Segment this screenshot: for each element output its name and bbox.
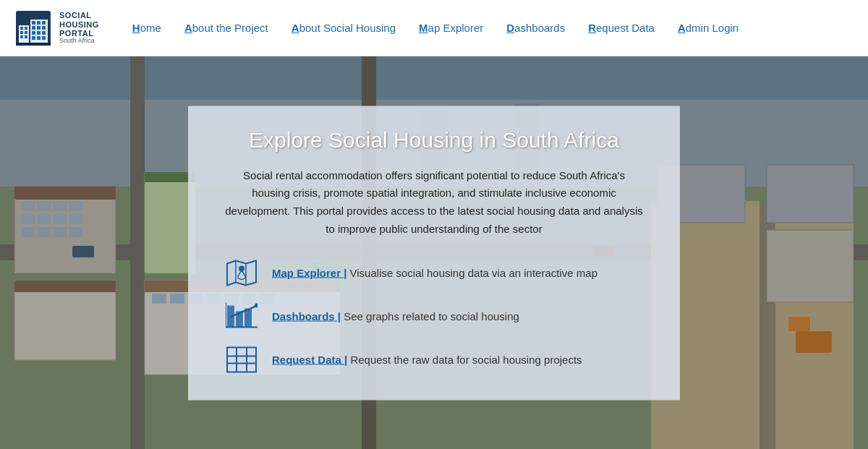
svg-rect-2 xyxy=(20,27,23,30)
svg-rect-15 xyxy=(32,31,35,35)
logo[interactable]: SOCIAL HOUSING PORTAL South Africa xyxy=(14,9,99,47)
request-data-desc: Request the raw data for social housing … xyxy=(347,354,582,366)
svg-rect-6 xyxy=(20,35,23,38)
nav-dashboards[interactable]: Dashboards xyxy=(495,22,576,34)
hero-section: Explore Social Housing in South Africa S… xyxy=(0,56,868,449)
svg-rect-81 xyxy=(227,347,256,372)
map-explorer-desc: Visualise social housing data via an int… xyxy=(346,267,597,279)
hero-title: Explore Social Housing in South Africa xyxy=(224,127,644,152)
nav-map-explorer[interactable]: Map Explorer xyxy=(407,22,495,34)
svg-rect-4 xyxy=(20,31,23,34)
map-explorer-link[interactable]: Map Explorer | xyxy=(272,267,346,279)
svg-marker-71 xyxy=(227,260,256,285)
svg-rect-10 xyxy=(37,21,41,25)
svg-rect-18 xyxy=(32,36,35,40)
svg-rect-3 xyxy=(25,27,27,30)
svg-rect-20 xyxy=(42,36,46,40)
svg-rect-7 xyxy=(25,35,27,38)
nav-home[interactable]: Home xyxy=(121,22,173,34)
grid-icon xyxy=(224,345,259,374)
request-data-link[interactable]: Request Data | xyxy=(272,354,347,366)
chart-icon xyxy=(224,302,259,330)
svg-rect-14 xyxy=(42,26,46,30)
dashboards-desc: See graphs related to social housing xyxy=(341,310,519,322)
map-explorer-item: Map Explorer | Visualise social housing … xyxy=(224,258,644,287)
svg-rect-5 xyxy=(25,31,27,34)
map-explorer-text: Map Explorer | Visualise social housing … xyxy=(272,267,597,279)
svg-rect-21 xyxy=(16,43,51,46)
svg-rect-9 xyxy=(32,21,35,25)
nav-request-data[interactable]: Request Data xyxy=(576,22,666,34)
dashboards-item: Dashboards | See graphs related to socia… xyxy=(224,302,644,330)
svg-rect-19 xyxy=(37,36,41,40)
svg-rect-17 xyxy=(42,31,46,35)
svg-rect-12 xyxy=(32,26,35,30)
link-items: Map Explorer | Visualise social housing … xyxy=(224,258,644,374)
main-nav: Home About the Project About Social Hous… xyxy=(121,22,854,34)
svg-rect-13 xyxy=(37,26,41,30)
content-panel: Explore Social Housing in South Africa S… xyxy=(188,106,680,400)
svg-rect-11 xyxy=(42,21,46,25)
request-data-text: Request Data | Request the raw data for … xyxy=(272,354,582,366)
dashboards-link[interactable]: Dashboards | xyxy=(272,310,341,322)
logo-text: SOCIAL HOUSING PORTAL South Africa xyxy=(59,11,99,44)
nav-about-project[interactable]: About the Project xyxy=(173,22,280,34)
navbar: SOCIAL HOUSING PORTAL South Africa Home … xyxy=(0,0,868,56)
nav-admin-login[interactable]: Admin Login xyxy=(666,22,750,34)
nav-about-housing[interactable]: About Social Housing xyxy=(280,22,407,34)
map-icon xyxy=(224,258,259,287)
dashboards-text: Dashboards | See graphs related to socia… xyxy=(272,310,519,322)
hero-description: Social rental accommodation offers signi… xyxy=(224,166,644,238)
request-data-item: Request Data | Request the raw data for … xyxy=(224,345,644,374)
logo-icon xyxy=(14,9,52,47)
svg-rect-16 xyxy=(37,31,41,35)
